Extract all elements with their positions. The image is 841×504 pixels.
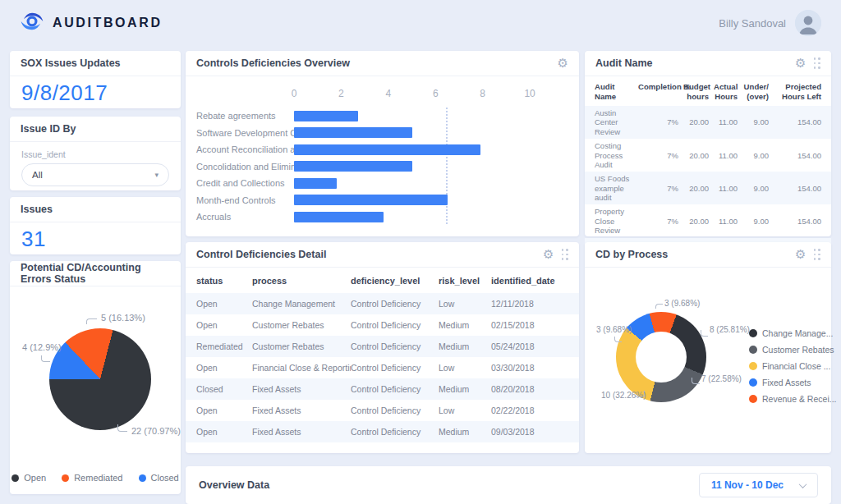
bar[interactable] <box>294 195 448 205</box>
callout-connector <box>614 337 622 342</box>
bar-row: Credit and Collections <box>186 175 579 192</box>
column-header[interactable]: identified_date <box>491 268 579 293</box>
table-row: OpenChange ManagementControl DeficiencyL… <box>186 293 579 314</box>
issue-ident-select[interactable]: All ▾ <box>21 163 169 186</box>
table-cell: Open <box>186 421 252 442</box>
table-cell: 02/22/2018 <box>491 400 579 421</box>
bar-category-label: Account Reconciliation a... <box>186 144 294 154</box>
bar[interactable] <box>294 178 337 189</box>
bar[interactable] <box>294 127 412 138</box>
bar[interactable] <box>294 111 358 121</box>
legend-item[interactable]: Revenue & Recei... <box>749 394 836 404</box>
gear-icon[interactable]: ⚙ <box>543 249 554 261</box>
donut-callout-financial-close: 10 (32.26%) <box>601 391 646 400</box>
table-cell: Control Deficiency <box>351 357 439 378</box>
legend-dot-icon <box>62 474 69 482</box>
user-name: Billy Sandoval <box>719 17 786 30</box>
legend-item[interactable]: Customer Rebates <box>749 345 836 355</box>
panel-cd-by-process: CD by Process ⚙ 3 (9.68%) 3 (9.68%) 8 (2… <box>585 242 831 453</box>
bar[interactable] <box>294 144 480 155</box>
bar-track <box>294 111 568 121</box>
drag-handle-icon[interactable] <box>562 249 569 260</box>
legend-dot-icon <box>139 474 146 482</box>
callout-connector <box>41 355 50 362</box>
bar-track <box>294 195 568 205</box>
donut-legend: Change Manage...Customer RebatesFinancia… <box>749 328 836 404</box>
table-cell: Customer Rebates <box>252 314 351 336</box>
column-header[interactable]: process <box>252 268 351 293</box>
overview-data-bar: Overview Data 11 Nov - 10 Dec <box>186 466 831 504</box>
donut-chart-area: 3 (9.68%) 3 (9.68%) 8 (25.81%) 7 (22.58%… <box>585 268 831 453</box>
bar-category-label: Software Development C... <box>186 128 294 138</box>
panel-title: Issue ID By <box>21 123 76 135</box>
axis-tick: 10 <box>524 88 535 99</box>
legend-label: Financial Close ... <box>762 361 830 371</box>
legend-label: Open <box>24 473 46 483</box>
table-cell: Open <box>186 314 252 336</box>
table-row: US Foods example audit7%20.0011.009.0015… <box>585 172 831 204</box>
column-header[interactable]: status <box>186 268 252 293</box>
bar[interactable] <box>294 161 412 172</box>
column-header[interactable]: Budget hours <box>681 76 711 106</box>
legend-item[interactable]: Fixed Assets <box>749 378 836 387</box>
table-row: ClosedFixed AssetsControl DeficiencyMedi… <box>186 378 579 400</box>
bar-category-label: Concolidation and Elimin... <box>186 162 294 172</box>
brand-logo[interactable]: AUDITBOARD <box>20 9 163 37</box>
legend-item[interactable]: Closed <box>139 473 179 483</box>
table-cell: Closed <box>186 378 252 400</box>
legend-item[interactable]: Remediated <box>62 473 122 483</box>
legend-item[interactable]: Open <box>11 473 46 483</box>
bar[interactable] <box>294 212 384 222</box>
table-cell: 7% <box>636 204 681 237</box>
legend-item[interactable]: Financial Close ... <box>749 361 836 371</box>
callout-connector <box>117 424 127 432</box>
panel-control-deficiencies-detail: Control Deficiencies Detail ⚙ statusproc… <box>186 242 579 453</box>
callout-connector <box>701 330 708 337</box>
table-cell: 20.00 <box>681 139 711 172</box>
gear-icon[interactable]: ⚙ <box>558 57 568 70</box>
table-cell: Costing Process Audit <box>585 139 636 172</box>
gear-icon[interactable]: ⚙ <box>795 57 806 70</box>
table-cell: Control Deficiency <box>351 378 439 400</box>
table-row: OpenFixed AssetsControl DeficiencyLow02/… <box>186 400 579 421</box>
table-cell: 154.00 <box>771 172 831 204</box>
table-cell: Medium <box>439 421 491 442</box>
drag-handle-icon[interactable] <box>814 249 821 260</box>
column-header[interactable]: Under/ (over) <box>740 76 771 106</box>
table-cell: Control Deficiency <box>351 336 439 357</box>
panel-title: Controls Deficiencies Overview <box>196 57 350 69</box>
column-header[interactable]: deficiency_level <box>351 268 439 293</box>
panel-cd-errors-status: Potential CD/Accounting Errors Status 5 … <box>10 261 181 494</box>
column-header[interactable]: Projected Hours Left <box>771 76 831 106</box>
pie-callout-remediated: 5 (16.13%) <box>101 313 145 323</box>
legend-dot-icon <box>749 329 757 337</box>
table-cell: 7% <box>636 106 681 139</box>
status-pie-chart[interactable] <box>49 328 151 430</box>
gear-icon[interactable]: ⚙ <box>795 249 806 261</box>
date-range-button[interactable]: 11 Nov - 10 Dec <box>699 473 818 497</box>
column-header[interactable]: Actual Hours <box>711 76 740 106</box>
avatar[interactable] <box>795 10 821 36</box>
table-cell: Low <box>439 357 491 378</box>
table-cell: Medium <box>439 378 491 400</box>
sox-date-value: 9/8/2017 <box>10 76 181 110</box>
bar-track <box>294 161 568 172</box>
bar-row: Accruals <box>186 208 579 226</box>
table-cell: 08/20/2018 <box>491 378 579 400</box>
table-cell: Remediated <box>186 336 252 357</box>
table-cell: 154.00 <box>771 204 831 237</box>
table-row: OpenFixed AssetsControl DeficiencyMedium… <box>186 421 579 442</box>
bar-category-label: Credit and Collections <box>186 178 294 188</box>
auditboard-eye-icon <box>20 9 44 37</box>
column-header[interactable]: Completion % <box>636 76 681 106</box>
user-menu[interactable]: Billy Sandoval <box>719 10 821 36</box>
issues-count-value: 31 <box>10 222 181 256</box>
legend-item[interactable]: Change Manage... <box>749 328 836 338</box>
column-header[interactable]: risk_level <box>439 268 491 293</box>
donut-callout-change-mgmt: 8 (25.81%) <box>710 325 750 334</box>
table-cell: 12/11/2018 <box>491 293 579 314</box>
drag-handle-icon[interactable] <box>814 57 821 69</box>
table-cell: Low <box>439 293 491 314</box>
column-header[interactable]: Audit Name <box>585 76 636 106</box>
table-cell: 11.00 <box>711 172 740 204</box>
